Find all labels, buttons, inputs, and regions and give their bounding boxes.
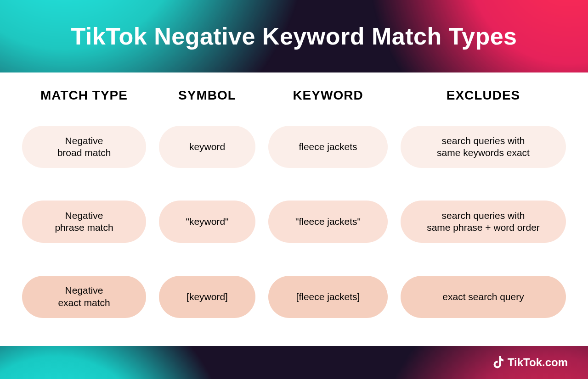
cell-match-type: Negative phrase match	[22, 201, 146, 243]
cell-excludes: search queries with same keywords exact	[401, 126, 566, 168]
column-header-excludes: EXCLUDES	[401, 88, 566, 103]
content-card: MATCH TYPE SYMBOL KEYWORD EXCLUDES Negat…	[0, 72, 588, 346]
cell-symbol: keyword	[159, 126, 255, 168]
brand-text: TikTok.com	[508, 356, 568, 369]
column-header-match-type: MATCH TYPE	[22, 88, 146, 103]
cell-keyword: [fleece jackets]	[268, 276, 388, 318]
match-types-table: MATCH TYPE SYMBOL KEYWORD EXCLUDES Negat…	[22, 88, 566, 328]
column-header-keyword: KEYWORD	[268, 88, 388, 103]
tiktok-note-icon	[493, 356, 504, 369]
cell-symbol: [keyword]	[159, 276, 255, 318]
column-header-symbol: SYMBOL	[159, 88, 255, 103]
cell-excludes: search queries with same phrase + word o…	[401, 201, 566, 243]
footer: TikTok.com	[0, 346, 588, 379]
brand-logo: TikTok.com	[493, 356, 568, 369]
cell-keyword: "fleece jackets"	[268, 201, 388, 243]
cell-excludes: exact search query	[401, 276, 566, 318]
cell-match-type: Negative exact match	[22, 276, 146, 318]
page-title: TikTok Negative Keyword Match Types	[71, 22, 517, 50]
header: TikTok Negative Keyword Match Types	[0, 0, 588, 72]
cell-symbol: "keyword"	[159, 201, 255, 243]
cell-match-type: Negative broad match	[22, 126, 146, 168]
cell-keyword: fleece jackets	[268, 126, 388, 168]
